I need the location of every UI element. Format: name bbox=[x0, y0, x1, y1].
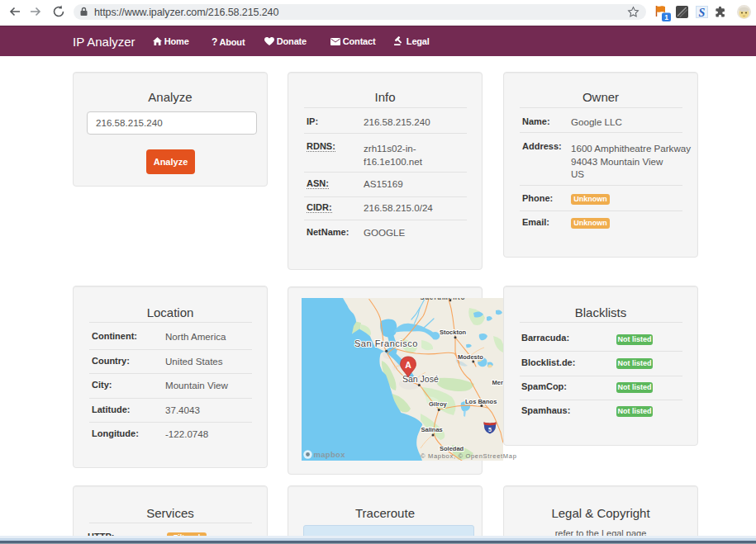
svg-text:Sacramento: Sacramento bbox=[421, 298, 466, 301]
svg-text:Gilroy: Gilroy bbox=[429, 400, 448, 408]
svg-text:Soledad: Soledad bbox=[440, 445, 464, 452]
svg-text:Mer: Mer bbox=[492, 379, 503, 386]
svg-text:5: 5 bbox=[488, 427, 492, 433]
svg-text:Modesto: Modesto bbox=[458, 353, 483, 361]
svg-text:S: S bbox=[699, 7, 706, 19]
svg-text:San Francisco: San Francisco bbox=[354, 338, 418, 348]
svg-text:1: 1 bbox=[664, 13, 668, 21]
svg-text:A: A bbox=[405, 360, 411, 370]
svg-text:Salinas: Salinas bbox=[421, 426, 443, 433]
svg-text:Los Banos: Los Banos bbox=[465, 398, 497, 405]
svg-text:mapbox: mapbox bbox=[314, 450, 346, 459]
svg-text:Stockton: Stockton bbox=[440, 329, 467, 336]
